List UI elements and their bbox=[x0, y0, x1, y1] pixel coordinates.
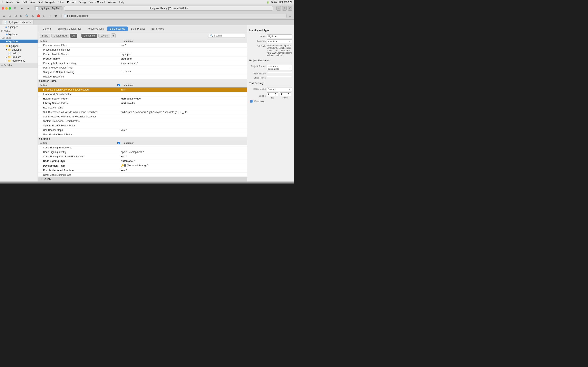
error-button[interactable]: ⛔ bbox=[36, 13, 41, 18]
tab-signing-capabilities[interactable]: Signing & Capabilities bbox=[55, 26, 84, 31]
menu-editor[interactable]: Editor bbox=[58, 1, 64, 4]
row-system-framework-search-paths[interactable]: System Framework Search Paths bbox=[38, 119, 247, 123]
navigator-toggle[interactable]: ⊞ bbox=[13, 6, 17, 11]
tab-arrows[interactable]: ▲ ▼ bbox=[274, 92, 277, 96]
hide-button[interactable]: ⊟ bbox=[13, 13, 18, 18]
git-button[interactable]: ⬟ bbox=[53, 13, 58, 18]
minimize-button[interactable] bbox=[5, 7, 8, 9]
section-search-paths[interactable]: ▾ Search Paths bbox=[38, 79, 247, 83]
wrap-lines-checkbox[interactable]: ✓ bbox=[250, 100, 252, 103]
stop-button[interactable]: ■ bbox=[26, 6, 31, 11]
tab-increment-icon[interactable]: ▲ bbox=[274, 92, 277, 94]
sidebar-group-bigdipper-inner[interactable]: ▾ 📁 bigdipper bbox=[0, 48, 38, 52]
view-levels-button[interactable]: Levels bbox=[98, 34, 110, 38]
menu-find[interactable]: Find bbox=[38, 1, 43, 4]
inspector-toggle-button[interactable]: ⊡ bbox=[287, 13, 292, 18]
row-strings-file-encoding[interactable]: Strings File Output Encoding UTF-16 ⌃ bbox=[38, 70, 247, 75]
menu-product[interactable]: Product bbox=[67, 1, 76, 4]
sidebar-item-project-bigdipper[interactable]: ◆ bigdipper bbox=[0, 33, 38, 36]
add-item-button[interactable]: + bbox=[1, 64, 3, 67]
menu-file[interactable]: File bbox=[16, 1, 20, 4]
row-wrapper-extension[interactable]: Wrapper Extension bbox=[38, 75, 247, 79]
inspector-class-prefix-field[interactable] bbox=[267, 76, 292, 77]
row-process-header-files[interactable]: Process Header Files No ⌃ bbox=[38, 43, 247, 48]
search-input[interactable] bbox=[214, 34, 243, 37]
row-subdirs-include[interactable]: Sub-Directories to Include in Recursive … bbox=[38, 114, 247, 119]
row-product-name[interactable]: Product Name bigdipper bbox=[38, 57, 247, 61]
sidebar-toggle-button[interactable]: ☰ bbox=[2, 13, 7, 18]
row-library-search-paths[interactable]: Library Search Paths /usr/local/lib bbox=[38, 101, 247, 105]
sidebar-item-target-bigdipper[interactable]: ◈ bigdipper bbox=[0, 40, 38, 43]
test-button[interactable]: ⬡ bbox=[42, 13, 47, 18]
sidebar-item-frameworks[interactable]: ▸ 📁 Frameworks bbox=[0, 59, 38, 63]
indent-arrows[interactable]: ▲ ▼ bbox=[287, 92, 290, 96]
signing-bigdipper-check[interactable] bbox=[117, 142, 120, 144]
warning-button[interactable]: ⚠ bbox=[30, 13, 35, 18]
sidebar-item-root[interactable]: ▾ ■ bigdipper bbox=[0, 25, 38, 29]
inspector-org-field[interactable] bbox=[267, 72, 292, 73]
menu-help[interactable]: Help bbox=[120, 1, 125, 4]
row-subdirs-exclude[interactable]: Sub-Directories to Exclude in Recursive … bbox=[38, 110, 247, 114]
tab-build-phases[interactable]: Build Phases bbox=[128, 26, 148, 31]
row-framework-search-paths[interactable]: Framework Search Paths bbox=[38, 92, 247, 96]
tab-general[interactable]: General bbox=[40, 26, 54, 31]
row-code-signing-style[interactable]: Code Signing Style Automatic ⌃ bbox=[38, 159, 247, 163]
scheme-selector[interactable]: 📄 bigdipper › My Mac bbox=[34, 6, 62, 10]
sidebar-item-mainc[interactable]: 📄 main.c bbox=[0, 52, 38, 55]
indent-increment-icon[interactable]: ▲ bbox=[287, 92, 290, 94]
menu-navigate[interactable]: Navigate bbox=[45, 1, 55, 4]
row-always-search-user-paths[interactable]: ▶ Always Search User Paths (Deprecated) … bbox=[38, 87, 247, 92]
row-enable-hardened-runtime[interactable]: Enable Hardened Runtime Yes ⌃ bbox=[38, 168, 247, 173]
row-product-module-name[interactable]: Product Module Name bigdipper bbox=[38, 52, 247, 57]
row-development-team[interactable]: Development Team 🔑王 (Personal Team) ⌃ bbox=[38, 163, 247, 168]
close-button[interactable] bbox=[2, 7, 4, 9]
filter-customized-button[interactable]: Customized bbox=[52, 34, 69, 38]
search-button[interactable]: 🔍 bbox=[25, 13, 29, 18]
inspector-location-select[interactable]: Absolute ⌄ bbox=[267, 39, 292, 43]
menu-edit[interactable]: Edit bbox=[22, 1, 27, 4]
inspector-indent-input[interactable] bbox=[280, 92, 287, 96]
row-public-headers-folder[interactable]: Public Headers Folder Path bbox=[38, 66, 247, 70]
fullscreen-button[interactable] bbox=[9, 7, 11, 9]
tab-build-rules[interactable]: Build Rules bbox=[149, 26, 167, 31]
split-editor-button[interactable]: ⊟ bbox=[288, 6, 292, 11]
row-property-list-output[interactable]: Property List Output Encoding same-as-in… bbox=[38, 61, 247, 66]
inspector-tab-number[interactable]: ▲ ▼ bbox=[267, 92, 278, 96]
filter-all-button[interactable]: All bbox=[70, 34, 77, 38]
inspector-indent-number[interactable]: ▲ ▼ bbox=[280, 92, 291, 96]
inspector-name-field[interactable]: bigdipper bbox=[267, 34, 292, 38]
inspector-project-format-select[interactable]: Xcode 9.3-compatible ⌄ bbox=[267, 65, 292, 71]
menu-xcode[interactable]: Xcode bbox=[6, 1, 13, 4]
view-combined-button[interactable]: Combined bbox=[81, 34, 97, 38]
row-rez-search-paths[interactable]: Rez Search Paths bbox=[38, 105, 247, 110]
tab-decrement-icon[interactable]: ▼ bbox=[274, 94, 277, 96]
row-product-bundle-identifier[interactable]: Product Bundle Identifier bbox=[38, 48, 247, 52]
add-bottom-button[interactable]: + bbox=[39, 177, 43, 181]
center-button[interactable]: ⊡ bbox=[282, 6, 287, 11]
indent-decrement-icon[interactable]: ▼ bbox=[287, 94, 290, 96]
menu-window[interactable]: Window bbox=[108, 1, 117, 4]
debug-view-button[interactable]: ◻ bbox=[47, 13, 52, 18]
expand-button[interactable]: ⊡ bbox=[7, 13, 12, 18]
add-tab-button[interactable]: ＋ bbox=[277, 6, 281, 11]
menu-debug[interactable]: Debug bbox=[78, 1, 86, 4]
row-code-signing-identity[interactable]: Code Signing Identity Apple Development … bbox=[38, 150, 247, 154]
row-system-header-search-paths[interactable]: System Header Search Paths bbox=[38, 123, 247, 128]
tab-close-button[interactable]: ✕ bbox=[30, 21, 31, 24]
filter-basic-button[interactable]: Basic bbox=[40, 34, 50, 38]
row-other-code-signing-flags[interactable]: Other Code Signing Flags bbox=[38, 173, 247, 176]
menu-view[interactable]: View bbox=[30, 1, 35, 4]
inspector-tab-input[interactable] bbox=[267, 92, 274, 96]
row-header-search-paths[interactable]: Header Search Paths /usr/local/include bbox=[38, 96, 247, 101]
filter-toggle[interactable]: ⊞ bbox=[19, 13, 24, 18]
inspector-indent-using-select[interactable]: Spaces ⌄ bbox=[267, 87, 292, 91]
bigdipper-check[interactable] bbox=[117, 84, 120, 86]
row-user-header-search-paths[interactable]: User Header Search Paths bbox=[38, 132, 247, 137]
row-code-signing-inject[interactable]: Code Signing Inject Base Entitlements Ye… bbox=[38, 154, 247, 159]
add-setting-button[interactable]: + bbox=[111, 33, 116, 38]
menu-source-control[interactable]: Source Control bbox=[89, 1, 105, 4]
tab-bigdipper-xcodeproj[interactable]: 📄 bigdipper.xcodeproj ✕ bbox=[2, 20, 34, 25]
section-signing[interactable]: ▾ Signing bbox=[38, 137, 247, 141]
sidebar-item-products[interactable]: ▸ 📁 Products bbox=[0, 55, 38, 59]
apple-menu[interactable]:  bbox=[2, 1, 3, 4]
